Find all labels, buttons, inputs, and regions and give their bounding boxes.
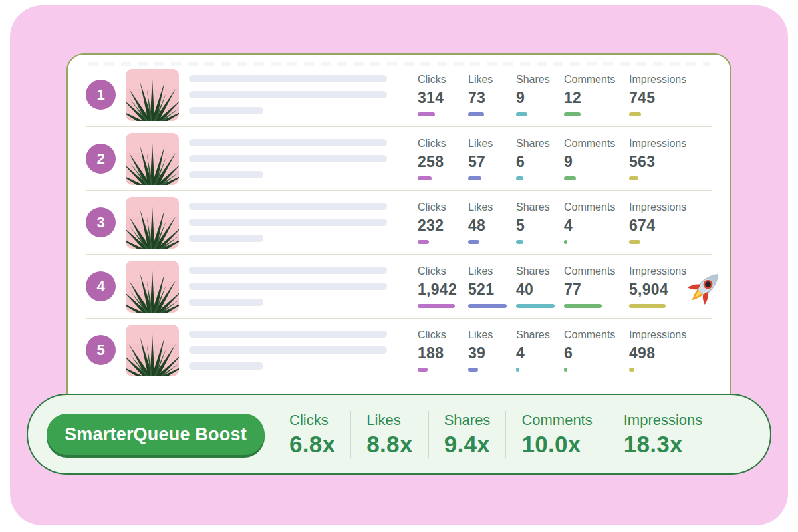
post-stats: Clicks 314 Likes 73 Shares 9 Comments 12… [418,73,716,116]
stat-cell: Likes 73 [468,73,516,116]
stat-value: 73 [468,88,485,108]
stat-bar [468,112,484,116]
rank-badge: 2 [86,144,116,174]
placeholder-line [189,235,263,242]
stat-bar [629,176,638,180]
stat-cell: Likes 57 [468,137,516,180]
rocket-icon [687,268,726,307]
placeholder-line [189,139,387,146]
stat-value: 39 [468,343,485,363]
stat-cell: Clicks 1,942 [418,265,468,308]
placeholder-line [189,219,387,226]
stat-label: Impressions [629,329,686,342]
post-thumbnail [126,133,179,185]
stat-label: Shares [516,73,550,86]
stat-cell: Impressions 563 [629,137,716,180]
post-row: 2 [86,127,712,191]
stat-value: 521 [468,279,494,299]
placeholder-line [189,283,387,290]
post-text-placeholder [189,267,387,306]
post-stats: Clicks 258 Likes 57 Shares 6 Comments 9 … [418,137,716,180]
stat-label: Likes [468,73,493,86]
rank-badge: 3 [86,207,116,237]
stat-cell: Impressions 745 [629,73,716,116]
boost-stat-label: Impressions [624,411,703,430]
boost-stat: Impressions 18.3x [608,411,718,458]
stat-bar [516,368,519,372]
stat-label: Comments [564,73,615,86]
stat-cell: Comments 4 [564,201,629,244]
post-row: 5 [86,319,712,382]
stat-cell: Impressions 674 [629,201,716,244]
placeholder-line [189,346,387,354]
stat-label: Shares [516,201,550,214]
stat-bar [468,368,478,372]
stat-value: 5 [516,215,525,235]
boost-stat-value: 8.8x [366,431,412,458]
placeholder-line [189,362,263,370]
stat-value: 232 [418,215,444,235]
stat-bar [516,304,555,308]
rank-badge: 5 [86,335,116,365]
stat-value: 9 [516,88,525,108]
stat-cell: Shares 5 [516,201,564,244]
stat-value: 4 [516,343,525,363]
stat-cell: Shares 40 [516,265,564,308]
placeholder-line [189,331,387,338]
stat-bar [516,112,527,116]
stat-label: Impressions [629,265,686,278]
stat-bar [629,304,666,308]
stat-value: 258 [418,152,444,172]
stat-label: Clicks [418,201,446,214]
stat-bar [418,112,435,116]
stat-value: 6 [516,152,525,172]
boost-stat: Comments 10.0x [505,411,607,458]
stat-value: 563 [629,152,655,172]
stat-cell: Clicks 232 [418,201,468,244]
boost-stat-value: 10.0x [521,431,581,458]
boost-stat: Shares 9.4x [428,411,506,458]
placeholder-line [189,91,387,98]
post-thumbnail [126,261,179,313]
post-text-placeholder [189,331,387,370]
stat-cell: Shares 6 [516,137,564,180]
stat-value: 48 [468,215,485,235]
stat-label: Comments [564,137,615,150]
stat-value: 745 [629,88,655,108]
stat-bar [564,112,581,116]
stat-cell: Clicks 188 [418,329,468,372]
stat-label: Shares [516,137,550,150]
stat-bar [629,368,634,372]
stat-label: Comments [564,201,615,214]
plant-photo-icon [126,325,179,376]
stat-value: 674 [629,215,655,235]
stat-cell: Comments 6 [564,329,629,372]
placeholder-line [189,267,387,274]
stat-value: 188 [418,343,444,363]
post-stats: Clicks 232 Likes 48 Shares 5 Comments 4 … [418,201,716,244]
stat-label: Likes [468,329,493,342]
boost-stat: Clicks 6.8x [289,411,350,458]
plant-photo-icon [126,197,179,249]
stat-bar [468,240,479,244]
boost-banner: SmarterQueue Boost Clicks 6.8x Likes 8.8… [27,394,771,475]
stat-cell: Comments 12 [564,73,629,116]
post-thumbnail [126,325,179,376]
smarterqueue-boost-button[interactable]: SmarterQueue Boost [47,414,265,455]
stat-label: Likes [468,137,493,150]
stat-bar [629,240,640,244]
stat-bar [418,304,455,308]
plant-photo-icon [126,133,179,185]
post-text-placeholder [189,139,387,178]
stat-label: Likes [468,201,493,214]
post-thumbnail [126,197,179,249]
post-stats: Clicks 188 Likes 39 Shares 4 Comments 6 … [418,329,716,372]
stat-bar [629,112,641,116]
post-row: 3 [86,191,712,255]
stat-cell: Likes 48 [468,201,516,244]
stat-label: Shares [516,329,550,342]
post-text-placeholder [189,203,387,242]
boost-stat-label: Likes [366,411,400,430]
stat-bar [564,176,576,180]
stat-value: 9 [564,152,573,172]
